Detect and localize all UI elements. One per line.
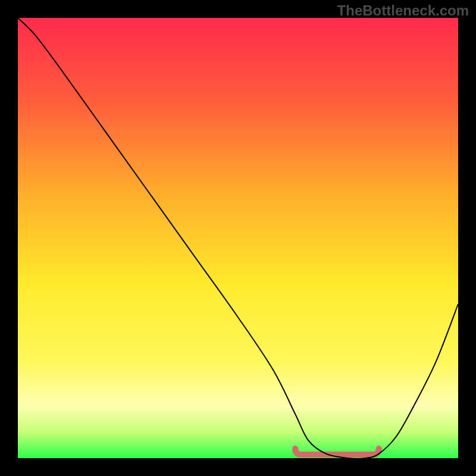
gradient-background xyxy=(18,18,458,458)
bottleneck-chart xyxy=(18,18,458,458)
watermark-text: TheBottleneck.com xyxy=(337,2,469,19)
chart-plot-area xyxy=(18,18,458,458)
